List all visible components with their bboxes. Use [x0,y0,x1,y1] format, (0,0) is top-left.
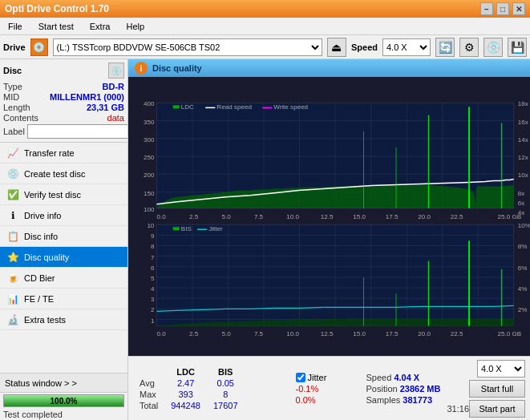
svg-text:17.5: 17.5 [386,213,399,220]
transfer-rate-icon: 📈 [6,147,19,160]
avg-row-label: Avg [133,378,164,389]
jitter-checkbox[interactable] [296,373,305,382]
status-window-button[interactable]: Status window > > [0,374,127,393]
samples-label: Samples [366,395,401,405]
sidebar-item-create-test-disc[interactable]: 💿 Create test disc [0,164,127,184]
status-window-label: Status window > > [5,378,77,388]
menu-file[interactable]: File [3,20,27,33]
svg-text:4%: 4% [518,285,528,293]
svg-text:200: 200 [144,172,155,179]
cd-bier-label: CD Bier [24,273,55,283]
total-row-label: Total [133,400,164,411]
position-val: 23862 MB [400,384,441,394]
main-layout: Disc 💿 Type BD-R MID MILLENMR1 (000) Len… [0,59,530,420]
svg-text:0.0: 0.0 [156,213,166,220]
length-label: Length [3,103,30,112]
svg-text:9: 9 [151,232,155,240]
close-button[interactable]: ✕ [512,2,525,15]
sidebar-item-disc-info[interactable]: 📋 Disc info [0,226,127,247]
fe-te-label: FE / TE [24,294,54,304]
mid-value: MILLENMR1 (000) [50,92,124,102]
maximize-button[interactable]: □ [496,2,509,15]
disc-button[interactable]: 💿 [483,38,503,57]
svg-text:10%: 10% [518,222,530,229]
svg-text:8%: 8% [518,243,528,250]
type-label: Type [3,82,22,91]
type-value: BD-R [103,82,125,91]
svg-text:2: 2 [151,306,155,313]
label-input[interactable] [27,124,128,139]
speed-select[interactable]: 4.0 X [382,38,431,56]
svg-text:10.0: 10.0 [286,213,299,220]
svg-text:22.5: 22.5 [451,330,463,337]
sidebar-item-extra-tests[interactable]: 🔬 Extra tests [0,309,127,330]
minimize-button[interactable]: − [480,2,493,15]
svg-text:Read speed: Read speed [216,103,252,111]
menu-start-test[interactable]: Start test [34,20,79,33]
svg-text:250: 250 [144,154,155,161]
svg-text:15.0: 15.0 [353,330,366,337]
jitter-section: Jitter -0.1% 0.0% [296,373,360,405]
charts-svg: 400 350 300 250 200 150 100 18x 16x 14x … [128,77,530,356]
save-button[interactable]: 💾 [508,38,527,57]
menu-help[interactable]: Help [121,20,149,33]
svg-text:5: 5 [151,275,155,282]
col-header-bis: BIS [207,366,245,378]
disc-section-title: Disc [3,66,22,75]
position-label: Position [366,384,398,394]
drive-icon: 💿 [30,38,48,56]
svg-text:1: 1 [151,317,155,325]
action-speed-select[interactable]: 4.0 X [477,360,525,378]
svg-text:350: 350 [144,119,155,126]
svg-text:10.0: 10.0 [286,330,299,337]
settings-button[interactable]: ⚙ [459,38,479,57]
svg-text:10: 10 [147,222,154,229]
samples-row: Samples 381773 [366,395,441,405]
menu-extra[interactable]: Extra [85,20,115,33]
svg-text:2.5: 2.5 [189,213,199,220]
status-area: Status window > > 100.0% Test completed [0,373,127,420]
start-full-button[interactable]: Start full [469,380,525,398]
svg-text:Jitter: Jitter [208,225,223,232]
drive-bar: Drive 💿 (L:) TSSTcorp BDDVDW SE-506CB TS… [0,35,530,59]
sidebar-item-fe-te[interactable]: 📊 FE / TE [0,289,127,309]
verify-test-disc-icon: ✅ [6,188,19,201]
disc-quality-header-icon: i [135,62,148,75]
svg-text:2.5: 2.5 [189,330,199,337]
sidebar-item-verify-test-disc[interactable]: ✅ Verify test disc [0,184,127,205]
sidebar-item-transfer-rate[interactable]: 📈 Transfer rate [0,143,127,164]
drive-select[interactable]: (L:) TSSTcorp BDDVDW SE-506CB TS02 [53,38,322,56]
start-part-button[interactable]: Start part [469,400,525,418]
svg-text:100: 100 [144,206,155,213]
svg-text:7.5: 7.5 [254,213,264,220]
drive-info-label: Drive info [24,211,61,220]
svg-text:18x: 18x [518,100,528,107]
stats-table: LDC BIS Avg 2.47 0.05 Max 393 8 Total [133,366,289,411]
drive-label: Drive [3,42,26,52]
svg-text:17.5: 17.5 [386,330,399,337]
svg-text:8x: 8x [518,190,525,197]
svg-text:12x: 12x [518,154,528,161]
fe-te-icon: 📊 [6,293,19,305]
eject-button[interactable]: ⏏ [327,38,346,57]
disc-section-icon: 💿 [108,63,124,79]
timestamp: 31:16 [447,404,469,414]
sidebar-item-disc-quality[interactable]: ⭐ Disc quality [0,247,127,268]
svg-text:2%: 2% [518,306,528,313]
speed-label: Speed [351,42,378,52]
sidebar-item-drive-info[interactable]: ℹ Drive info [0,205,127,226]
svg-text:400: 400 [144,100,155,107]
sidebar-item-cd-bier[interactable]: 🍺 CD Bier [0,268,127,289]
refresh-button[interactable]: 🔄 [435,38,455,57]
app-title: Opti Drive Control 1.70 [5,3,109,14]
total-bis: 17607 [207,400,245,411]
stats-bar: LDC BIS Avg 2.47 0.05 Max 393 8 Total [128,356,530,420]
avg-ldc: 2.47 [164,378,207,389]
svg-text:5.0: 5.0 [221,330,231,337]
avg-bis: 0.05 [207,378,245,389]
create-test-disc-label: Create test disc [24,169,85,179]
jitter-check: Jitter [296,373,360,382]
action-buttons: 4.0 X Start full 31:16 Start part [447,360,525,418]
contents-value: data [107,113,124,123]
svg-text:4: 4 [151,285,155,293]
